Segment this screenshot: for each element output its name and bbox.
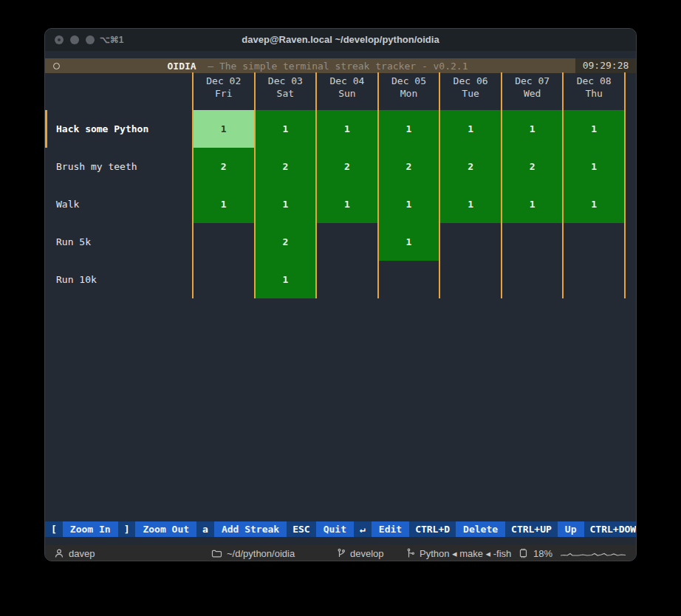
cpu-sparkline-icon bbox=[561, 548, 626, 558]
streak-cell[interactable]: 2 bbox=[378, 148, 440, 185]
status-sparkline[interactable] bbox=[561, 545, 626, 561]
streak-cell[interactable]: 1 bbox=[502, 185, 564, 223]
status-branch[interactable]: develop bbox=[337, 545, 384, 561]
column-day: Wed bbox=[502, 87, 564, 100]
column-date: Dec 08 bbox=[563, 75, 625, 87]
binding-key: CTRL+DOWN… bbox=[584, 521, 637, 537]
streak-cell[interactable]: 1 bbox=[316, 185, 378, 223]
streak-row-label[interactable]: Run 10k bbox=[56, 261, 97, 298]
column-day: Thu bbox=[563, 87, 625, 100]
column-date: Dec 04 bbox=[316, 75, 378, 87]
binding-key: ] bbox=[118, 521, 136, 537]
titlebar: ⌥⌘1 davep@Raven.local ~/develop/python/o… bbox=[45, 29, 636, 51]
column-separator bbox=[254, 72, 256, 298]
streak-row-label[interactable]: Run 5k bbox=[56, 223, 91, 261]
jobs-tree-icon bbox=[406, 548, 415, 558]
streak-cell[interactable]: 2 bbox=[255, 148, 317, 185]
streak-grid: Dec 02FriDec 03SatDec 04SunDec 05MonDec … bbox=[45, 72, 637, 298]
binding-action: Add Streak bbox=[214, 521, 287, 537]
window-title: davep@Raven.local ~/develop/python/oidia bbox=[45, 29, 636, 51]
streak-cell-selected[interactable]: 1 bbox=[193, 110, 255, 148]
column-separator bbox=[192, 72, 194, 298]
app-circle-icon[interactable] bbox=[53, 63, 60, 69]
column-separator bbox=[501, 72, 502, 298]
binding-action: Quit bbox=[316, 521, 354, 537]
footer-binding[interactable]: CTRL+UPUp bbox=[505, 521, 584, 537]
streak-cell[interactable]: 1 bbox=[563, 185, 625, 223]
column-header: Dec 04Sun bbox=[316, 72, 378, 110]
streak-cell[interactable]: 1 bbox=[316, 110, 378, 148]
footer-binding[interactable]: ]Zoom Out bbox=[118, 521, 196, 537]
folder-icon bbox=[211, 549, 222, 558]
status-directory-label: ~/d/python/oidia bbox=[227, 548, 295, 559]
binding-key: ↵ bbox=[354, 521, 372, 537]
streak-row-label[interactable]: Hack some Python bbox=[56, 110, 148, 148]
footer-binding[interactable]: [Zoom In bbox=[45, 521, 118, 537]
streak-cell[interactable]: 2 bbox=[193, 148, 255, 185]
footer-binding[interactable]: CTRL+DOWN… bbox=[584, 521, 637, 537]
column-separator bbox=[439, 72, 440, 298]
status-jobs-label: Python ◂ make ◂ -fish bbox=[420, 548, 511, 559]
status-cpu-label: 18% bbox=[533, 548, 552, 559]
selected-row-indicator bbox=[45, 110, 47, 148]
cpu-chip-icon bbox=[518, 548, 529, 558]
status-jobs[interactable]: Python ◂ make ◂ -fish bbox=[406, 545, 511, 561]
column-header: Dec 07Wed bbox=[502, 72, 564, 110]
app-header: OIDIA — The simple terminal streak track… bbox=[45, 58, 636, 73]
column-date: Dec 03 bbox=[255, 75, 317, 87]
column-header: Dec 02Fri bbox=[193, 72, 255, 110]
binding-action: Edit bbox=[372, 521, 409, 537]
streak-cell[interactable]: 1 bbox=[255, 185, 317, 223]
column-day: Mon bbox=[378, 87, 440, 100]
binding-key: [ bbox=[45, 521, 63, 537]
streak-cell[interactable]: 2 bbox=[502, 148, 564, 185]
streak-row-label[interactable]: Brush my teeth bbox=[56, 148, 137, 185]
column-day: Sun bbox=[316, 87, 378, 100]
status-user-label: davep bbox=[69, 548, 95, 559]
streak-cell[interactable]: 2 bbox=[439, 148, 502, 185]
streak-cell[interactable]: 1 bbox=[193, 185, 255, 223]
column-day: Tue bbox=[439, 87, 502, 100]
column-day: Fri bbox=[193, 87, 255, 100]
streak-cell[interactable]: 1 bbox=[255, 110, 317, 148]
column-header: Dec 06Tue bbox=[439, 72, 502, 110]
binding-key: a bbox=[196, 521, 214, 537]
status-bar: davep ~/d/python/oidia develop bbox=[45, 545, 637, 561]
footer-keybindings: [Zoom In]Zoom OutaAdd StreakESCQuit↵Edit… bbox=[45, 521, 637, 537]
footer-binding[interactable]: aAdd Streak bbox=[196, 521, 287, 537]
streak-cell[interactable]: 1 bbox=[378, 223, 440, 261]
status-user[interactable]: davep bbox=[54, 545, 95, 561]
streak-cell[interactable]: 1 bbox=[255, 261, 317, 298]
column-date: Dec 07 bbox=[502, 75, 564, 87]
column-header: Dec 03Sat bbox=[255, 72, 317, 110]
status-branch-label: develop bbox=[350, 548, 384, 559]
column-separator bbox=[562, 72, 564, 298]
footer-binding[interactable]: ESCQuit bbox=[287, 521, 354, 537]
terminal-content: OIDIA — The simple terminal streak track… bbox=[45, 51, 636, 561]
binding-key: CTRL+D bbox=[409, 521, 456, 537]
streak-cell[interactable]: 1 bbox=[439, 185, 502, 223]
user-icon bbox=[54, 548, 64, 558]
binding-key: CTRL+UP bbox=[505, 521, 558, 537]
streak-cell[interactable]: 1 bbox=[378, 185, 440, 223]
footer-binding[interactable]: ↵Edit bbox=[354, 521, 409, 537]
binding-action: Zoom In bbox=[63, 521, 118, 537]
streak-cell[interactable]: 1 bbox=[563, 110, 625, 148]
binding-action: Zoom Out bbox=[135, 521, 196, 537]
streak-row-label[interactable]: Walk bbox=[56, 185, 79, 223]
streak-cell[interactable]: 1 bbox=[378, 110, 440, 148]
app-subtitle-text: — The simple terminal streak tracker - v… bbox=[208, 61, 468, 72]
streak-cell[interactable]: 1 bbox=[502, 110, 564, 148]
column-date: Dec 06 bbox=[439, 75, 502, 87]
footer-binding[interactable]: CTRL+DDelete bbox=[409, 521, 505, 537]
column-separator bbox=[624, 72, 626, 298]
status-directory[interactable]: ~/d/python/oidia bbox=[211, 545, 295, 561]
streak-cell[interactable]: 1 bbox=[439, 110, 502, 148]
status-cpu[interactable]: 18% bbox=[518, 545, 552, 561]
streak-cell[interactable]: 2 bbox=[255, 223, 317, 261]
streak-cell[interactable]: 1 bbox=[563, 148, 625, 185]
binding-action: Delete bbox=[456, 521, 505, 537]
column-header: Dec 08Thu bbox=[563, 72, 625, 110]
column-separator bbox=[377, 72, 379, 298]
streak-cell[interactable]: 2 bbox=[316, 148, 378, 185]
